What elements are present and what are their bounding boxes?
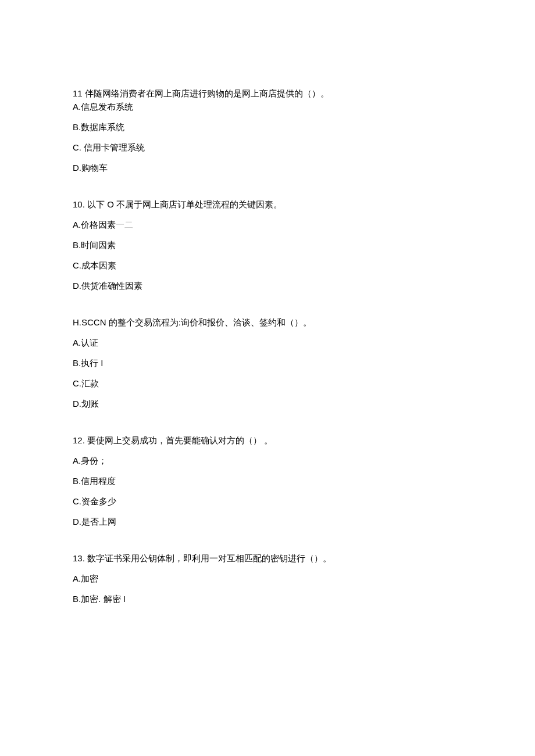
- option-a: A.认证: [73, 336, 462, 349]
- option-b: B.执行 I: [73, 357, 462, 369]
- option-text: 认证: [81, 338, 98, 347]
- option-key: C: [73, 378, 79, 388]
- option-a: A.加密: [73, 572, 462, 585]
- option-key: A: [73, 220, 79, 230]
- option-key: B: [73, 476, 79, 486]
- question-text: 11 伴随网络消费者在网上商店进行购物的是网上商店提供的（）。: [73, 87, 462, 99]
- question-text: 13. 数字证书采用公钥体制，即利用一对互相匹配的密钥进行（）。: [73, 552, 462, 564]
- question-text: H.SCCN 的整个交易流程为:询价和报价、洽谈、签约和（）。: [73, 316, 462, 328]
- question-number: 13.: [73, 553, 85, 563]
- option-key: B: [73, 240, 79, 250]
- option-text: 划账: [81, 399, 99, 409]
- option-key: D: [73, 399, 79, 409]
- option-text: 数据库系统: [81, 122, 124, 132]
- option-a: A.价格因素一二: [73, 218, 462, 231]
- option-key: C: [73, 260, 79, 270]
- question-stem: 要使网上交易成功，首先要能确认对方的（） 。: [87, 435, 273, 445]
- option-key: A: [73, 102, 79, 112]
- option-key: B: [73, 122, 79, 132]
- question-number: H.: [73, 317, 81, 327]
- option-text: 加密: [81, 574, 98, 583]
- question-text: 12. 要使网上交易成功，首先要能确认对方的（） 。: [73, 434, 462, 446]
- question-stem: 数字证书采用公钥体制，即利用一对互相匹配的密钥进行（）。: [87, 553, 331, 563]
- option-faint: 一二: [116, 220, 133, 230]
- question-h: H.SCCN 的整个交易流程为:询价和报价、洽谈、签约和（）。 A.认证 B.执…: [73, 316, 462, 410]
- option-key: D: [73, 163, 79, 173]
- question-number: 12.: [73, 435, 85, 445]
- option-text: 时间因素: [81, 240, 116, 250]
- option-text: 供货准确性因素: [81, 281, 142, 291]
- option-text: 加密. 解密 I: [81, 594, 126, 604]
- option-key: C: [73, 496, 79, 506]
- option-d: D.供货准确性因素: [73, 280, 462, 292]
- option-c: C.汇款: [73, 377, 462, 389]
- option-a: A.身份；: [73, 454, 462, 467]
- question-11: 11 伴随网络消费者在网上商店进行购物的是网上商店提供的（）。 A.信息发布系统…: [73, 87, 462, 174]
- option-text: 是否上网: [81, 517, 116, 526]
- question-stem: 伴随网络消费者在网上商店进行购物的是网上商店提供的（）。: [85, 88, 329, 98]
- question-number: 10.: [73, 199, 85, 209]
- option-text: 购物车: [81, 163, 108, 173]
- option-key: A: [73, 456, 79, 465]
- option-text: 执行 I: [81, 358, 103, 368]
- option-text: 价格因素: [81, 220, 116, 230]
- option-key: B: [73, 594, 79, 604]
- option-c: C.资金多少: [73, 495, 462, 507]
- option-d: D.是否上网: [73, 515, 462, 528]
- question-stem: 以下 O 不属于网上商店订单处理流程的关键因素。: [87, 199, 282, 209]
- question-number: 11: [73, 88, 83, 98]
- question-stem: SCCN 的整个交易流程为:询价和报价、洽谈、签约和（）。: [81, 317, 312, 327]
- question-10: 10. 以下 O 不属于网上商店订单处理流程的关键因素。 A.价格因素一二 B.…: [73, 198, 462, 292]
- option-key: A: [73, 574, 79, 583]
- option-c: C.成本因素: [73, 259, 462, 271]
- option-key: A: [73, 338, 79, 347]
- option-key: C: [73, 142, 79, 152]
- option-key: B: [73, 358, 79, 368]
- option-text: 资金多少: [81, 496, 116, 506]
- option-b: B.时间因素: [73, 239, 462, 251]
- option-key: D: [73, 281, 79, 291]
- option-a: A.信息发布系统: [73, 101, 462, 113]
- option-text: 身份；: [81, 456, 107, 465]
- option-d: D.划账: [73, 397, 462, 410]
- option-d: D.购物车: [73, 162, 462, 174]
- option-b: B.数据库系统: [73, 121, 462, 133]
- option-text: 信用卡管理系统: [81, 142, 145, 152]
- option-text: 信息发布系统: [81, 102, 133, 112]
- option-text: 信用程度: [81, 476, 116, 486]
- question-13: 13. 数字证书采用公钥体制，即利用一对互相匹配的密钥进行（）。 A.加密 B.…: [73, 552, 462, 605]
- option-text: 汇款: [81, 378, 99, 388]
- question-12: 12. 要使网上交易成功，首先要能确认对方的（） 。 A.身份； B.信用程度 …: [73, 434, 462, 528]
- option-b: B.加密. 解密 I: [73, 593, 462, 605]
- option-b: B.信用程度: [73, 475, 462, 487]
- option-text: 成本因素: [81, 260, 116, 270]
- option-key: D: [73, 517, 79, 526]
- option-c: C. 信用卡管理系统: [73, 141, 462, 153]
- question-text: 10. 以下 O 不属于网上商店订单处理流程的关键因素。: [73, 198, 462, 210]
